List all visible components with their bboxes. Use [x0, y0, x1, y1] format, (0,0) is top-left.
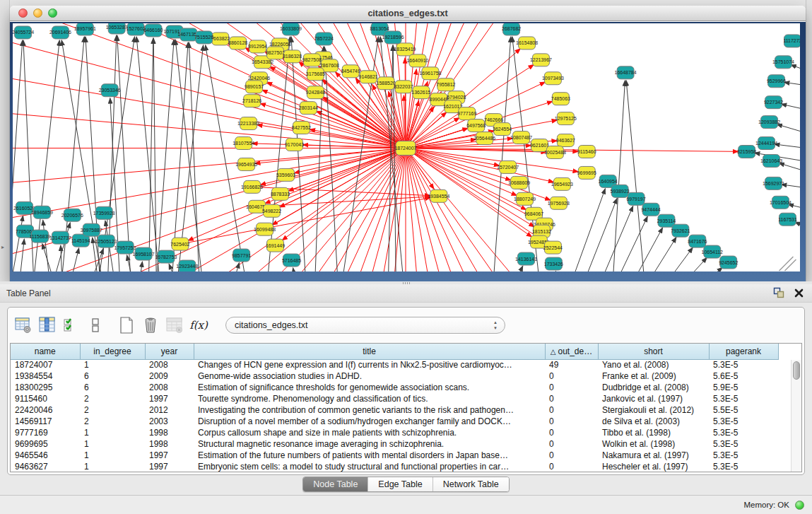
float-window-icon[interactable]	[773, 287, 784, 298]
graph-node[interactable]: 15751074	[772, 56, 794, 69]
graph-node[interactable]: 12923448	[176, 260, 198, 271]
network-window-titlebar[interactable]: citations_edges.txt	[10, 6, 806, 21]
graph-node[interactable]: 15692971	[763, 177, 784, 189]
graph-node[interactable]: 9115460	[577, 146, 596, 158]
graph-node[interactable]: 12975125	[555, 112, 577, 125]
graph-node[interactable]: 9242848	[306, 86, 325, 99]
graph-node[interactable]: 9170043	[285, 139, 304, 151]
graph-node[interactable]: 19654935	[235, 158, 257, 170]
graph-node[interactable]: 5498222	[262, 204, 281, 217]
table-settings-icon[interactable]	[13, 315, 33, 335]
graph-node[interactable]: 23053346	[99, 84, 121, 97]
graph-node[interactable]: 19384554	[428, 189, 449, 202]
column-header-pagerank[interactable]: pagerank	[709, 344, 778, 359]
graph-node[interactable]: 1167531	[778, 213, 797, 226]
graph-node[interactable]: 10807487	[510, 132, 532, 144]
graph-node[interactable]: 8454749	[341, 65, 360, 78]
graph-node[interactable]: 16648784	[615, 66, 637, 79]
graph-node[interactable]: 9474444	[641, 203, 660, 216]
graph-node[interactable]: 16033809	[280, 23, 302, 35]
graph-node[interactable]: 18946859	[31, 206, 53, 218]
graph-node[interactable]: 10688609	[508, 176, 530, 189]
table-row[interactable]: 1872400712008Changes of HCN gene express…	[11, 359, 778, 370]
graph-node[interactable]: 9245652	[719, 256, 738, 269]
graph-node[interactable]: 19756928	[548, 197, 570, 209]
select-all-rows-icon[interactable]	[61, 315, 81, 335]
graph-node[interactable]: 8215958	[737, 146, 756, 158]
column-header-year[interactable]: year	[145, 344, 194, 359]
graph-node[interactable]: 12213967	[530, 54, 552, 66]
graph-node[interactable]: 7857224	[314, 33, 334, 45]
graph-node[interactable]: 3175685	[306, 68, 325, 81]
graph-node[interactable]: 1588520	[377, 77, 396, 90]
graph-node[interactable]: 6979197	[627, 192, 646, 205]
resize-grip[interactable]	[779, 257, 796, 271]
graph-node[interactable]: 5716485	[282, 254, 301, 267]
graph-node[interactable]: 2687682	[502, 23, 521, 35]
tab-edge-table[interactable]: Edge Table	[367, 477, 432, 491]
graph-node[interactable]: 1527602	[126, 23, 146, 35]
graph-node[interactable]: 7485063	[551, 93, 570, 105]
graph-node[interactable]: 7955812	[436, 78, 455, 91]
graph-node[interactable]: 17359928	[93, 206, 115, 219]
select-column-icon[interactable]	[37, 315, 57, 335]
tab-node-table[interactable]: Node Table	[303, 477, 367, 491]
column-header-name[interactable]: name	[11, 344, 80, 359]
graph-node[interactable]: 18107554	[233, 137, 254, 150]
graph-node[interactable]: 14136141	[515, 252, 537, 265]
graph-node[interactable]: 9227342	[764, 96, 783, 109]
table-row[interactable]: 1938455462009Genome-wide association stu…	[11, 370, 778, 382]
graph-node[interactable]: 1362615	[411, 86, 430, 99]
graph-node[interactable]: 9529966	[767, 75, 786, 88]
graph-node[interactable]: 9857791	[232, 249, 251, 262]
graph-node[interactable]: 2522544	[543, 241, 563, 254]
column-header-in_degree[interactable]: in_degree	[80, 344, 145, 359]
graph-node[interactable]: 17016504	[770, 196, 792, 209]
graph-node[interactable]: 2718126	[242, 95, 261, 107]
graph-node[interactable]: 16958107	[133, 247, 155, 260]
scrollbar-thumb[interactable]	[793, 361, 800, 380]
graph-node[interactable]: 10654112	[702, 245, 724, 258]
graph-node[interactable]: 13142737	[49, 231, 71, 244]
graph-node[interactable]: 8878333	[271, 187, 290, 200]
graph-node[interactable]: 24055724	[13, 26, 34, 39]
table-row[interactable]: 2242004622012Investigating the contribut…	[11, 404, 778, 416]
table-row[interactable]: 946362711997Embryonic stem cells: a mode…	[11, 461, 778, 472]
graph-node[interactable]: 16099488	[254, 223, 276, 235]
graph-node[interactable]: 3624554	[493, 123, 512, 136]
graph-node[interactable]: 10653287	[106, 23, 128, 34]
graph-node[interactable]: 18807249	[514, 192, 536, 205]
graph-node[interactable]: 10973493	[542, 72, 564, 85]
graph-node[interactable]: 6466160	[143, 24, 163, 37]
graph-node[interactable]: 9827508	[302, 54, 322, 66]
graph-node[interactable]: 15720407	[497, 160, 519, 173]
graph-node[interactable]: 7625402	[170, 238, 189, 250]
graph-node[interactable]: 12213383	[237, 117, 259, 130]
tab-network-table[interactable]: Network Table	[433, 477, 509, 491]
graph-node[interactable]: 16782753	[155, 250, 177, 263]
graph-node[interactable]: 9699695	[577, 166, 596, 179]
table-row[interactable]: 911546021997Tourette syndrome. Phenomeno…	[11, 393, 778, 404]
graph-node[interactable]: 11156839	[29, 230, 50, 243]
table-row[interactable]: 969969511998Structural magnetic resonanc…	[11, 438, 778, 450]
graph-node[interactable]: 16961758	[419, 67, 441, 80]
graph-node[interactable]: 1117273	[783, 35, 800, 47]
table-vertical-scrollbar[interactable]	[791, 360, 801, 472]
table-row[interactable]: 1830029562008Estimation of significance …	[11, 382, 778, 393]
network-canvas[interactable]: 1872400776638228860128891295416543382224…	[13, 23, 800, 271]
graph-node[interactable]: 19654923	[551, 177, 573, 190]
column-header-title[interactable]: title	[194, 344, 545, 359]
graph-hub-node[interactable]: 18724007	[394, 141, 416, 156]
graph-node[interactable]: 16640910	[406, 54, 428, 67]
create-table-icon[interactable]	[117, 315, 136, 335]
graph-node[interactable]: 16210643	[760, 154, 782, 167]
column-header-short[interactable]: short	[598, 344, 709, 359]
graph-node[interactable]: 6497568	[466, 119, 486, 132]
graph-node[interactable]: 5359603	[276, 168, 295, 181]
close-panel-icon[interactable]	[794, 288, 804, 298]
graph-node[interactable]: 1733426	[544, 257, 563, 270]
graph-node[interactable]: 9463627	[556, 134, 575, 147]
graph-node[interactable]: 1691449	[266, 239, 285, 252]
graph-node[interactable]: 8471676	[688, 235, 707, 247]
graph-node[interactable]: 20206576	[61, 209, 83, 221]
